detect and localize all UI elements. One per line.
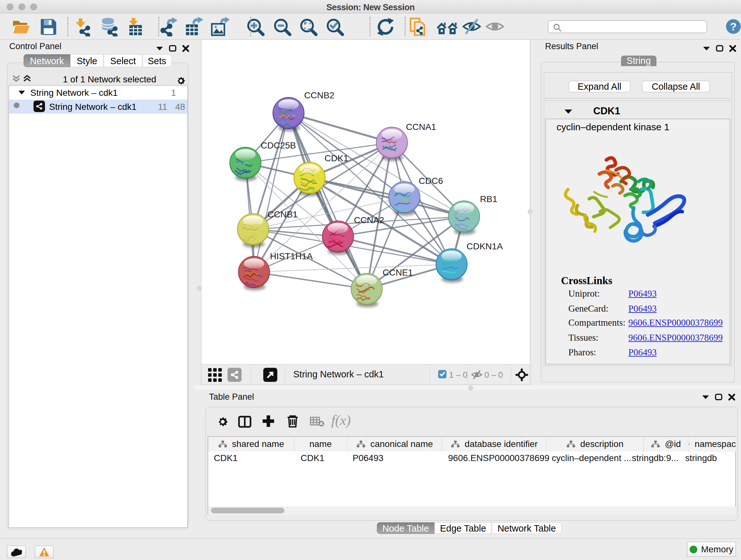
svg-text:CCNB1: CCNB1 <box>267 209 298 219</box>
svg-text:CDC6: CDC6 <box>419 176 443 186</box>
svg-text:?: ? <box>730 20 737 33</box>
svg-text:CCNB2: CCNB2 <box>304 90 334 100</box>
svg-text:CCNA1: CCNA1 <box>406 122 436 132</box>
svg-text:HIST1H1A: HIST1H1A <box>270 251 313 261</box>
svg-text:RB1: RB1 <box>480 194 497 204</box>
svg-text:CDKN1A: CDKN1A <box>467 241 503 251</box>
svg-text:CCNA2: CCNA2 <box>354 215 384 225</box>
svg-text:CCNE1: CCNE1 <box>383 267 413 277</box>
svg-text:CDK1: CDK1 <box>325 153 348 163</box>
svg-text:CDC25B: CDC25B <box>261 140 296 150</box>
